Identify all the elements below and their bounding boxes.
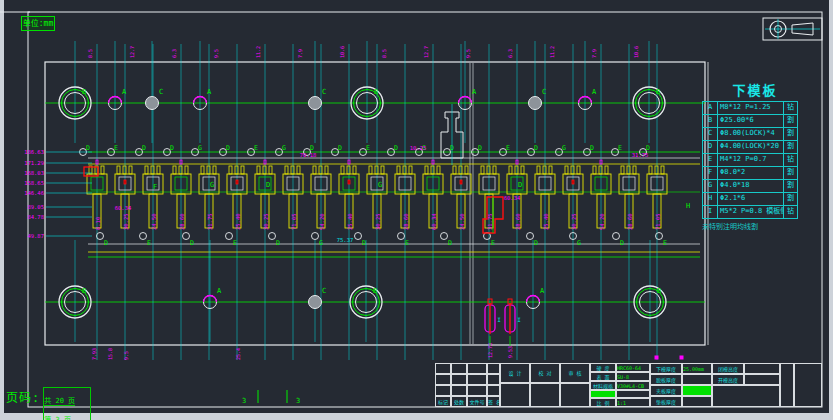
hole-spec: Φ25.00*6 (718, 115, 783, 127)
under-plate-dim: 9.5 (123, 351, 129, 360)
left-dim-text: 89.05 (27, 204, 44, 210)
hole-spec: M8*12 P=1.25 (718, 102, 783, 114)
hole-letter-A: A (122, 88, 127, 96)
revision-cell (451, 363, 467, 374)
band-dim-top: 31.75 (487, 213, 493, 230)
sprinkle-dim: 60.34 (504, 195, 521, 201)
hole-letter-row2: D (190, 239, 194, 247)
cavity-tooth (123, 166, 126, 174)
hole-C (146, 97, 159, 110)
height-label: 开模高度 (712, 374, 744, 385)
band-dim-top: 28.60 (627, 213, 633, 230)
hole-letter: G (282, 144, 286, 152)
height-label: 闭模高度 (712, 363, 744, 374)
sprinkle-dim: 60.34 (115, 205, 132, 211)
cavity-tooth (185, 166, 188, 174)
hole-letter: G (562, 144, 566, 152)
cavity-tooth (319, 166, 322, 174)
cavity-tooth (437, 166, 440, 174)
top-edge-dim: 6.3 (507, 49, 513, 58)
cavity-tooth (145, 166, 148, 174)
top-edge-dim: 12.7 (129, 46, 135, 58)
left-dim-text: 146.46 (24, 190, 44, 196)
top-edge-dim: 12.7 (423, 46, 429, 58)
hole-spec: Φ8.0*2 (718, 167, 783, 179)
pin-letter: I (517, 316, 521, 323)
hole-id: F (703, 167, 718, 179)
band-dim-top: 28.60 (515, 213, 521, 230)
small-hole-row2 (527, 233, 534, 240)
hole-table-row: CΦ8.00(LOCK)*4割 (702, 127, 798, 141)
hole-C (309, 97, 322, 110)
hole-letter-A: A (217, 287, 222, 295)
under-plate-dim: 15.8 (107, 348, 113, 360)
band-letter: H (686, 202, 690, 210)
sign-label: 设 计 (508, 370, 521, 376)
top-edge-dim: 10.6 (339, 46, 345, 58)
cavity-tooth (481, 166, 484, 174)
hole-letter: D (226, 144, 230, 152)
cavity-tooth (521, 166, 524, 174)
hole-table-row: BΦ25.00*6割 (702, 114, 798, 128)
small-hole-row2 (355, 233, 362, 240)
band-dim-top: 54.20 (599, 213, 605, 230)
left-dim-text: 84.78 (27, 214, 44, 220)
hole-letter-row2: E (147, 239, 151, 247)
revision-cell: 处数 (451, 396, 467, 407)
hole-letter-B: B (82, 287, 86, 295)
cavity-tooth (649, 166, 652, 174)
cavity-red-mark (124, 180, 126, 184)
small-hole-row2 (441, 233, 448, 240)
hole-id: E (703, 154, 718, 166)
cavity-tooth (487, 166, 490, 174)
band-dim-top: 30.25 (123, 213, 129, 230)
spec-highlight (590, 390, 616, 398)
page-number-box: 页码: 共 20 页 第 3 页 (6, 387, 91, 420)
sign-label: 审 核 (568, 370, 581, 376)
sprinkle-dim: 31.75 (632, 152, 649, 158)
hole-process: 割 (783, 128, 797, 140)
hole-table-row: FΦ8.0*2割 (702, 166, 798, 180)
cavity-tooth (577, 166, 580, 174)
hole-process: 割 (783, 193, 797, 205)
spec-empty (616, 390, 650, 398)
hole-letter: D (310, 144, 314, 152)
hole-letter: D (478, 144, 482, 152)
cavity-tooth (207, 166, 210, 174)
cavity-tooth (593, 166, 596, 174)
cavity-tooth (291, 166, 294, 174)
under-plate-dim: 25.4 (235, 348, 241, 360)
cavity-tooth (549, 166, 552, 174)
revision-cell (451, 374, 467, 385)
zone-mark-right: 3 (296, 397, 300, 405)
cavity-tooth (173, 166, 176, 174)
hole-letter-C: C (542, 88, 546, 96)
cavity-tooth (543, 166, 546, 174)
cavity-tooth (397, 166, 400, 174)
thickness-label: 下模厚度 (650, 363, 682, 374)
cavity-tooth (353, 166, 356, 174)
sign-col-empty (560, 383, 590, 407)
revision-cell (487, 374, 500, 385)
small-hole-row2 (613, 233, 620, 240)
sign-col-empty (530, 383, 560, 407)
band-dim-top: 25.40 (543, 213, 549, 230)
spec-label: 硬 度 (590, 363, 616, 372)
revision-cell (451, 385, 467, 396)
band-dim-top: 60.34 (431, 213, 437, 230)
hole-letter: D (142, 144, 146, 152)
band-letter: G (378, 181, 382, 189)
cavity-tooth (257, 166, 260, 174)
revision-cell: 签 名 (487, 396, 500, 407)
hole-letter-row2: E (663, 239, 667, 247)
thickness-label: 夹板厚度 (650, 385, 682, 396)
hole-letter: D (534, 144, 538, 152)
cavity-tooth (263, 166, 266, 174)
cavity-tooth (571, 166, 574, 174)
hole-letter-B: B (373, 287, 377, 295)
revision-cell (487, 385, 500, 396)
left-dim-text: 158.65 (24, 180, 44, 186)
page-label: 页码: (6, 387, 40, 420)
cavity-tooth (117, 166, 120, 174)
hole-letter: D (170, 144, 174, 152)
